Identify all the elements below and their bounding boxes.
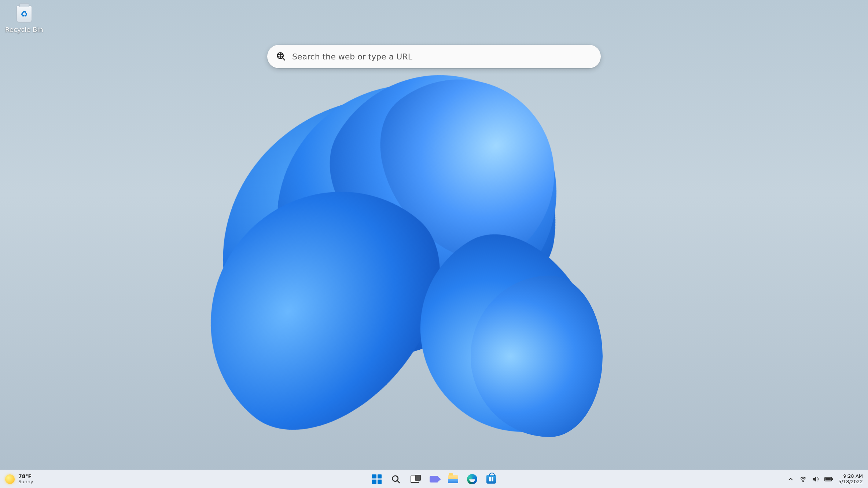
- taskbar-center: [95, 471, 773, 487]
- tray-overflow-button[interactable]: [787, 476, 794, 483]
- weather-sunny-icon: [5, 474, 15, 484]
- web-search-icon: [276, 51, 286, 62]
- clock-date: 5/18/2022: [838, 479, 863, 485]
- svg-line-5: [397, 481, 400, 483]
- svg-point-4: [393, 476, 398, 481]
- weather-temperature: 78°F: [18, 474, 33, 479]
- svg-line-1: [283, 58, 285, 60]
- microsoft-store-icon: [486, 474, 496, 484]
- taskbar-search-button[interactable]: [388, 471, 404, 487]
- desktop-wallpaper: [0, 0, 868, 488]
- task-view-button[interactable]: [407, 471, 423, 487]
- taskbar: 78°F Sunny: [0, 470, 868, 488]
- edge-icon: [467, 474, 477, 484]
- system-tray: 9:28 AM 5/18/2022: [773, 474, 868, 485]
- svg-rect-9: [832, 478, 833, 480]
- windows-start-icon: [372, 474, 382, 484]
- taskbar-widgets-button[interactable]: 78°F Sunny: [0, 474, 95, 485]
- weather-condition: Sunny: [18, 479, 33, 484]
- task-view-icon: [410, 474, 420, 484]
- bloom-graphic: [141, 63, 727, 488]
- wifi-icon[interactable]: [799, 476, 807, 483]
- taskbar-clock[interactable]: 9:28 AM 5/18/2022: [838, 474, 863, 485]
- start-button[interactable]: [369, 471, 385, 487]
- desktop-icon-recycle-bin[interactable]: ♻ Recycle Bin: [2, 2, 46, 33]
- volume-icon[interactable]: [812, 476, 819, 483]
- svg-point-6: [803, 481, 803, 481]
- desktop-icon-label: Recycle Bin: [2, 26, 46, 33]
- file-explorer-button[interactable]: [445, 471, 461, 487]
- clock-time: 9:28 AM: [838, 474, 863, 479]
- desktop-search-input[interactable]: [292, 52, 592, 61]
- svg-rect-10: [825, 478, 831, 480]
- search-icon: [391, 474, 401, 484]
- microsoft-store-button[interactable]: [483, 471, 499, 487]
- edge-button[interactable]: [464, 471, 480, 487]
- chat-icon: [429, 474, 439, 484]
- battery-icon[interactable]: [824, 476, 833, 483]
- recycle-bin-icon: ♻: [14, 4, 34, 24]
- file-explorer-icon: [448, 474, 458, 484]
- chat-button[interactable]: [426, 471, 442, 487]
- desktop-search-widget[interactable]: [267, 45, 601, 68]
- svg-marker-7: [813, 477, 816, 481]
